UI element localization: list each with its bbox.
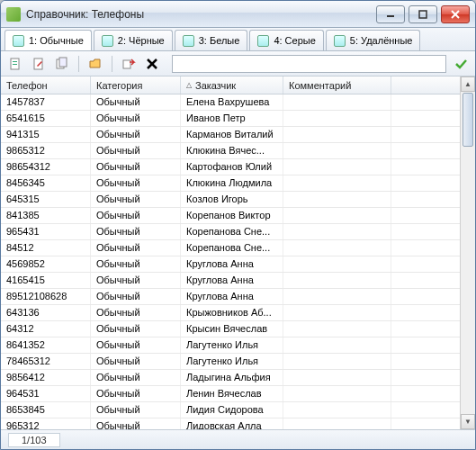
tab-label: 1: Обычные <box>29 35 84 46</box>
cell-phone: 84512 <box>1 240 91 256</box>
tab-icon <box>183 35 194 47</box>
scroll-thumb[interactable] <box>463 93 473 147</box>
cell-customer: Лидия Сидорова <box>181 402 283 418</box>
table-row[interactable]: 965431ОбычныйКорепанова Сне... <box>1 224 460 240</box>
column-header-category[interactable]: Категория <box>91 76 181 94</box>
table-row[interactable]: 1457837ОбычныйЕлена Вахрушева <box>1 94 460 111</box>
minimize-button[interactable] <box>376 5 405 23</box>
cell-category: Обычный <box>91 354 181 369</box>
window: Справочник: Телефоны 1: Обычные 2: Чёрны… <box>0 0 476 450</box>
cell-comment <box>283 127 391 142</box>
table-row[interactable]: 645315ОбычныйКозлов Игорь <box>1 192 460 208</box>
cell-comment <box>283 159 391 175</box>
table-row[interactable]: 84512ОбычныйКорепанова Сне... <box>1 240 460 256</box>
scroll-up-button[interactable]: ▲ <box>461 76 475 92</box>
svg-rect-1 <box>419 11 427 18</box>
cell-customer: Клюкина Вячес... <box>181 143 283 158</box>
cell-category: Обычный <box>91 273 181 288</box>
tabs-row: 1: Обычные 2: Чёрные 3: Белые 4: Серые 5… <box>1 28 475 51</box>
table-row[interactable]: 8653845ОбычныйЛидия Сидорова <box>1 402 460 418</box>
cell-category: Обычный <box>91 338 181 353</box>
cell-comment <box>283 321 391 337</box>
tab-icon <box>102 35 113 47</box>
table-row[interactable]: 643136ОбычныйКрыжовников Аб... <box>1 305 460 321</box>
cell-phone: 9865312 <box>1 143 91 158</box>
cell-phone: 841385 <box>1 208 91 223</box>
cell-customer: Карманов Виталий <box>181 127 283 142</box>
sort-asc-icon: △ <box>186 81 192 89</box>
cell-category: Обычный <box>91 192 181 207</box>
cell-comment <box>283 208 391 223</box>
new-button[interactable] <box>6 55 24 73</box>
table-row[interactable]: 9856412ОбычныйЛадыгина Альфия <box>1 370 460 386</box>
cell-customer: Елена Вахрушева <box>181 94 283 110</box>
cell-customer: Козлов Игорь <box>181 192 283 207</box>
tab-4-gray[interactable]: 4: Серые <box>249 30 323 50</box>
cell-customer: Корепанов Виктор <box>181 208 283 223</box>
table-row[interactable]: 941315ОбычныйКарманов Виталий <box>1 127 460 143</box>
cell-category: Обычный <box>91 176 181 191</box>
separator <box>78 56 79 72</box>
import-button[interactable] <box>86 55 104 73</box>
table-row[interactable]: 6541615ОбычныйИванов Петр <box>1 111 460 127</box>
cell-customer: Круглова Анна <box>181 273 283 288</box>
cell-phone: 64312 <box>1 321 91 337</box>
grid-header: Телефон Категория △Заказчик Комментарий <box>1 76 460 94</box>
edit-button[interactable] <box>30 55 48 73</box>
table-row[interactable]: 4165415ОбычныйКруглова Анна <box>1 273 460 289</box>
tab-icon <box>334 35 346 47</box>
folder-open-icon <box>88 57 103 71</box>
cell-category: Обычный <box>91 111 181 126</box>
table-row[interactable]: 964531ОбычныйЛенин Вячеслав <box>1 386 460 402</box>
cell-comment <box>283 338 391 353</box>
delete-button[interactable] <box>143 55 161 73</box>
tab-5-deleted[interactable]: 5: Удалённые <box>326 30 421 50</box>
grid-body[interactable]: 1457837ОбычныйЕлена Вахрушева6541615Обыч… <box>1 94 460 429</box>
column-header-phone[interactable]: Телефон <box>1 76 91 94</box>
table-row[interactable]: 8641352ОбычныйЛагутенко Илья <box>1 338 460 354</box>
cell-category: Обычный <box>91 418 181 429</box>
cell-phone: 965312 <box>1 418 91 429</box>
svg-rect-9 <box>59 58 67 67</box>
table-row[interactable]: 4569852ОбычныйКруглова Анна <box>1 256 460 273</box>
table-row[interactable]: 841385ОбычныйКорепанов Виктор <box>1 208 460 224</box>
table-row[interactable]: 965312ОбычныйЛидовская Алла <box>1 418 460 429</box>
tab-3-white[interactable]: 3: Белые <box>175 30 248 50</box>
table-row[interactable]: 89512108628ОбычныйКруглова Анна <box>1 289 460 305</box>
tab-1-ordinary[interactable]: 1: Обычные <box>4 30 92 50</box>
cell-comment <box>283 305 391 320</box>
cell-customer: Корепанова Сне... <box>181 224 283 239</box>
export-button[interactable] <box>120 55 138 73</box>
column-header-comment[interactable]: Комментарий <box>283 76 391 94</box>
cell-phone: 4165415 <box>1 273 91 288</box>
cell-comment <box>283 143 391 158</box>
table-row[interactable]: 78465312ОбычныйЛагутенко Илья <box>1 354 460 370</box>
tab-2-black[interactable]: 2: Чёрные <box>94 30 173 50</box>
close-button[interactable] <box>441 5 470 23</box>
vertical-scrollbar[interactable]: ▲ ▼ <box>460 76 475 429</box>
cell-comment <box>283 273 391 288</box>
table-row[interactable]: 98654312ОбычныйКартофанов Юлий <box>1 159 460 176</box>
maximize-button[interactable] <box>409 5 437 23</box>
app-icon <box>6 7 21 22</box>
cell-phone: 645315 <box>1 192 91 207</box>
table-row[interactable]: 8456345ОбычныйКлюкина Людмила <box>1 176 460 192</box>
table-row[interactable]: 64312ОбычныйКрысин Вячеслав <box>1 321 460 338</box>
copy-button[interactable] <box>53 55 71 73</box>
cell-category: Обычный <box>91 208 181 223</box>
search-box[interactable] <box>172 55 446 73</box>
cell-customer: Круглова Анна <box>181 256 283 272</box>
column-header-customer[interactable]: △Заказчик <box>181 76 283 94</box>
cell-customer: Клюкина Людмила <box>181 176 283 191</box>
table-row[interactable]: 9865312ОбычныйКлюкина Вячес... <box>1 143 460 159</box>
cell-phone: 8653845 <box>1 402 91 418</box>
cell-comment <box>283 111 391 126</box>
scroll-down-button[interactable]: ▼ <box>461 414 475 429</box>
cell-customer: Корепанова Сне... <box>181 240 283 256</box>
titlebar[interactable]: Справочник: Телефоны <box>1 1 475 28</box>
search-input[interactable] <box>176 58 442 69</box>
cell-comment <box>283 370 391 385</box>
cell-phone: 8456345 <box>1 176 91 191</box>
apply-button[interactable] <box>452 55 470 73</box>
close-icon <box>451 10 460 19</box>
